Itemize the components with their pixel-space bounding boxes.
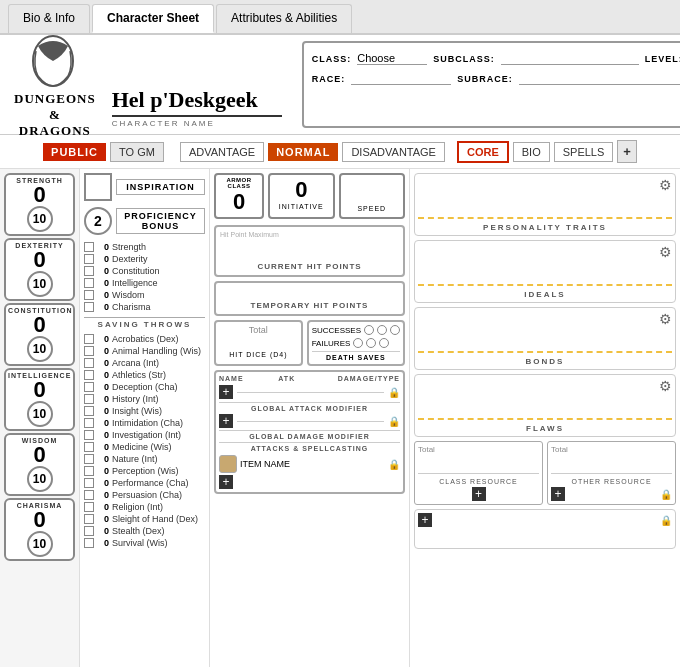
saves-skills-column: INSPIRATION 2 PROFICIENCY BONUS 0 Streng… [80, 169, 210, 667]
save-wis-name: Wisdom [112, 290, 145, 300]
other-resource-lock-icon[interactable]: 🔒 [660, 489, 672, 500]
atk-col-header: ATK [278, 375, 337, 382]
tab-attributes[interactable]: Attributes & Abilities [216, 4, 352, 33]
skill-insight-name: Insight (Wis) [112, 406, 162, 416]
subclass-input[interactable] [501, 52, 639, 65]
skill-persuasion-check[interactable] [84, 490, 94, 500]
to-gm-button[interactable]: TO GM [110, 142, 164, 162]
save-con-check[interactable] [84, 266, 94, 276]
skill-insight-check[interactable] [84, 406, 94, 416]
skill-sleight-check[interactable] [84, 514, 94, 524]
save-strength-check[interactable] [84, 242, 94, 252]
skill-animal-name: Animal Handling (Wis) [112, 346, 201, 356]
ideals-label: IDEALS [418, 290, 672, 299]
save-cha-check[interactable] [84, 302, 94, 312]
skill-acrobatics: 0 Acrobatics (Dex) [84, 333, 205, 345]
save-strength-val: 0 [97, 242, 109, 252]
skill-medicine-check[interactable] [84, 442, 94, 452]
skill-investigation-check[interactable] [84, 430, 94, 440]
attacks-header: NAME ATK DAMAGE/TYPE [219, 375, 400, 382]
skill-performance-check[interactable] [84, 478, 94, 488]
failure-1[interactable] [353, 338, 363, 348]
skill-arcana-check[interactable] [84, 358, 94, 368]
add-class-resource-button[interactable]: + [472, 487, 486, 501]
add-attack-button[interactable]: + [219, 385, 233, 399]
skill-investigation: 0 Investigation (Int) [84, 429, 205, 441]
success-1[interactable] [364, 325, 374, 335]
normal-button[interactable]: NORMAL [268, 143, 338, 161]
subrace-input[interactable] [519, 72, 680, 85]
dexterity-mod: 10 [27, 271, 53, 297]
skill-history-check[interactable] [84, 394, 94, 404]
failure-3[interactable] [379, 338, 389, 348]
other-resource-label: OTHER RESOURCE [551, 478, 672, 485]
success-3[interactable] [390, 325, 400, 335]
saving-throws-label: SAVING THROWS [84, 317, 205, 329]
skill-survival-val: 0 [97, 538, 109, 548]
skill-intimidation-check[interactable] [84, 418, 94, 428]
race-input[interactable] [351, 72, 451, 85]
hit-dice-label: HIT DICE (D4) [219, 351, 298, 358]
ideals-gear-icon[interactable]: ⚙ [659, 244, 672, 260]
flaws-gear-icon[interactable]: ⚙ [659, 378, 672, 394]
skill-nature-check[interactable] [84, 454, 94, 464]
skill-arcana-name: Arcana (Int) [112, 358, 159, 368]
death-saves-box: SUCCESSES FAILURES DEATH SAVES [307, 320, 405, 366]
attack-lock-icon[interactable]: 🔒 [388, 387, 400, 398]
inspiration-checkbox[interactable] [84, 173, 112, 201]
skill-animal-check[interactable] [84, 346, 94, 356]
toolbar: PUBLIC TO GM ADVANTAGE NORMAL DISADVANTA… [0, 135, 680, 169]
speed-label: SPEED [343, 205, 402, 212]
class-input[interactable] [357, 52, 427, 65]
subclass-label: SUBCLASS: [433, 54, 495, 64]
proficiency-value: 2 [84, 207, 112, 235]
skill-religion-check[interactable] [84, 502, 94, 512]
add-global-attack-button[interactable]: + [219, 414, 233, 428]
constitution-value: 0 [8, 314, 71, 336]
skill-deception-check[interactable] [84, 382, 94, 392]
global-attack-lock-icon[interactable]: 🔒 [388, 416, 400, 427]
spells-button[interactable]: SPELLS [554, 142, 614, 162]
skill-medicine-val: 0 [97, 442, 109, 452]
save-int-check[interactable] [84, 278, 94, 288]
success-2[interactable] [377, 325, 387, 335]
advantage-button[interactable]: ADVANTAGE [180, 142, 264, 162]
skill-perception-check[interactable] [84, 466, 94, 476]
add-item-button[interactable]: + [219, 475, 233, 489]
skill-sleight-name: Sleight of Hand (Dex) [112, 514, 198, 524]
save-dex-check[interactable] [84, 254, 94, 264]
skill-sleight-val: 0 [97, 514, 109, 524]
skill-survival-check[interactable] [84, 538, 94, 548]
skill-athletics-check[interactable] [84, 370, 94, 380]
hp-section: Hit Point Maximum CURRENT HIT POINTS [214, 225, 405, 277]
skill-intimidation: 0 Intimidation (Cha) [84, 417, 205, 429]
bio-button[interactable]: BIO [513, 142, 550, 162]
race-label: RACE: [312, 74, 346, 84]
tab-character-sheet[interactable]: Character Sheet [92, 4, 214, 33]
skill-insight-val: 0 [97, 406, 109, 416]
core-button[interactable]: CORE [457, 141, 509, 163]
charisma-box: CHARISMA 0 10 [4, 498, 75, 561]
public-button[interactable]: PUBLIC [43, 143, 106, 161]
extra-lock-icon[interactable]: 🔒 [660, 515, 672, 526]
skill-stealth-check[interactable] [84, 526, 94, 536]
tab-bio-info[interactable]: Bio & Info [8, 4, 90, 33]
dexterity-value: 0 [8, 249, 71, 271]
skill-religion-val: 0 [97, 502, 109, 512]
add-other-resource-button[interactable]: + [551, 487, 565, 501]
failure-2[interactable] [366, 338, 376, 348]
attributes-column: STRENGTH 0 10 DEXTERITY 0 10 CONSTITUTIO… [0, 169, 80, 667]
personality-gear-icon[interactable]: ⚙ [659, 177, 672, 193]
speed-box: SPEED [339, 173, 406, 219]
skill-acrobatics-check[interactable] [84, 334, 94, 344]
add-extra-button[interactable]: + [418, 513, 432, 527]
charisma-mod: 10 [27, 531, 53, 557]
wisdom-value: 0 [8, 444, 71, 466]
temp-hp-section: TEMPORARY HIT POINTS [214, 281, 405, 316]
save-wis-check[interactable] [84, 290, 94, 300]
disadvantage-button[interactable]: DISADVANTAGE [342, 142, 445, 162]
item-lock-icon[interactable]: 🔒 [388, 459, 400, 470]
bonds-gear-icon[interactable]: ⚙ [659, 311, 672, 327]
save-strength-name: Strength [112, 242, 146, 252]
add-section-button[interactable]: + [617, 140, 637, 163]
